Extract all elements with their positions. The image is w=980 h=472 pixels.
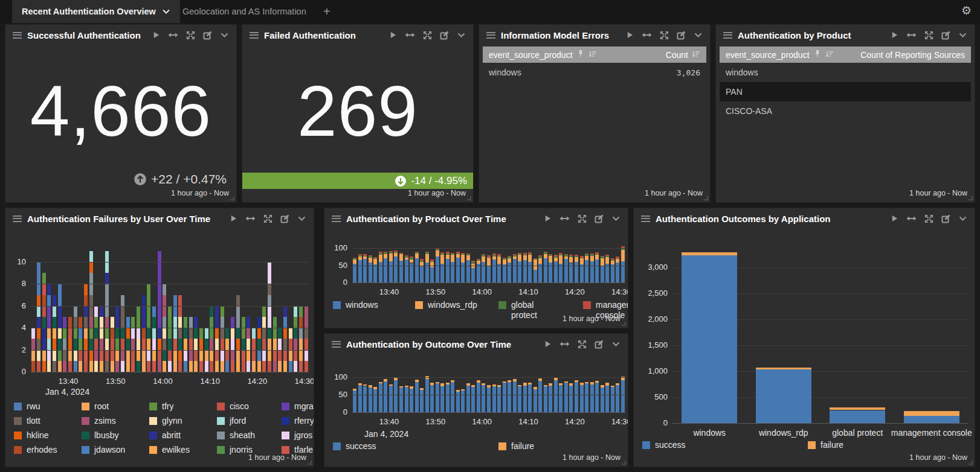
expand-icon[interactable] [924,214,933,223]
drag-handle-icon[interactable] [13,32,22,39]
pin-icon[interactable] [577,49,584,60]
chevron-down-icon[interactable] [694,31,703,39]
column-count-reporting-sources[interactable]: Count of Reporting Sources [860,50,965,60]
chevron-down-icon[interactable] [611,214,621,223]
arrows-horizontal-icon[interactable] [642,31,652,39]
drag-handle-icon[interactable] [332,215,341,222]
play-icon[interactable] [626,31,634,39]
play-icon[interactable] [891,214,898,223]
chevron-down-icon[interactable] [297,214,306,223]
arrows-horizontal-icon[interactable] [168,31,178,39]
chevron-down-icon[interactable] [958,214,967,223]
arrows-horizontal-icon[interactable] [906,31,917,39]
chevron-down-icon[interactable] [958,31,967,39]
edit-icon[interactable] [440,31,449,40]
expand-icon[interactable] [924,31,933,40]
drag-handle-icon[interactable] [332,341,341,348]
legend-item[interactable]: failure [808,440,843,450]
outcome-over-time-chart[interactable]: 05010013:4013:5014:0014:1014:2014:30 [324,363,628,428]
edit-icon[interactable] [280,214,289,223]
pin-icon[interactable] [814,49,821,60]
legend-item[interactable]: abritt [149,430,181,441]
failures-by-user-chart[interactable]: 024681013:4013:5014:0014:1014:2014:30 [5,244,314,395]
resize-handle[interactable] [622,461,626,465]
sort-icon[interactable] [692,50,700,60]
expand-icon[interactable] [578,340,587,349]
expand-icon[interactable] [263,214,272,223]
resize-handle[interactable] [704,196,708,200]
resize-handle[interactable] [230,196,234,200]
legend-item[interactable]: jgros [282,430,312,441]
edit-icon[interactable] [677,31,686,40]
resize-handle[interactable] [308,461,312,465]
play-icon[interactable] [891,31,898,39]
drag-handle-icon[interactable] [641,215,650,222]
arrows-horizontal-icon[interactable] [559,340,570,348]
expand-icon[interactable] [423,31,432,40]
play-icon[interactable] [152,31,160,39]
chevron-down-icon[interactable] [611,340,621,348]
expand-icon[interactable] [186,31,195,40]
tab-recent-authentication-overview[interactable]: Recent Authentication Overview [12,0,180,23]
arrows-horizontal-icon[interactable] [906,214,917,223]
arrows-horizontal-icon[interactable] [245,214,256,223]
legend-item[interactable]: global protect [498,300,542,321]
outcomes-by-application-chart[interactable]: 05001,0001,5002,0002,5003,000windowswind… [634,237,975,436]
column-count[interactable]: Count [666,50,688,60]
resize-handle[interactable] [622,322,626,326]
drag-handle-icon[interactable] [486,32,495,39]
legend-item[interactable]: rwu [14,401,40,412]
arrows-horizontal-icon[interactable] [559,214,570,223]
drag-handle-icon[interactable] [250,32,259,39]
legend-item[interactable]: sheath [217,430,255,441]
legend-item[interactable]: root [82,401,109,412]
tab-geolocation-as-information[interactable]: Geolocation and AS Information [175,0,314,23]
play-icon[interactable] [544,340,552,348]
edit-icon[interactable] [595,214,604,223]
edit-icon[interactable] [941,214,950,223]
legend-item[interactable]: windows_rdp [415,300,494,310]
chevron-down-icon[interactable] [162,7,170,16]
legend-item[interactable]: cisco [217,401,249,412]
legend-item[interactable]: windows [333,300,405,310]
chevron-down-icon[interactable] [457,31,466,39]
legend-item[interactable]: tfry [149,401,173,412]
legend-item[interactable]: zsims [82,416,116,426]
gear-icon[interactable]: ⚙ [961,4,972,17]
legend-item[interactable]: jnorris [217,445,253,455]
legend-item[interactable]: tlott [14,416,40,426]
legend-item[interactable]: jford [217,416,246,426]
legend-item[interactable]: rferry [282,416,314,426]
add-tab-button[interactable]: + [317,0,337,23]
play-icon[interactable] [230,214,237,223]
resize-handle[interactable] [969,461,973,465]
resize-handle[interactable] [467,196,471,200]
edit-icon[interactable] [203,31,212,40]
resize-handle[interactable] [969,196,973,200]
legend-item[interactable]: mgra [282,401,314,412]
legend-item[interactable]: success [333,441,376,451]
legend-item[interactable]: lbusby [82,430,118,441]
legend-item[interactable]: failure [498,441,534,451]
legend-item[interactable]: success [642,440,686,450]
sort-icon[interactable] [588,49,597,60]
legend-item[interactable]: jdawson [82,445,125,455]
play-icon[interactable] [544,214,552,223]
arrows-horizontal-icon[interactable] [405,31,415,39]
legend-item[interactable]: erhodes [14,445,57,455]
sort-icon[interactable] [825,49,834,60]
product-over-time-chart[interactable]: 05010013:4013:5014:0014:1014:2014:30 [324,232,628,298]
chevron-down-icon[interactable] [220,31,229,39]
drag-handle-icon[interactable] [723,32,732,39]
play-icon[interactable] [389,31,397,39]
expand-icon[interactable] [578,214,587,223]
column-event-source-product[interactable]: event_source_product [489,50,573,60]
legend-item[interactable]: ewilkes [149,445,190,455]
edit-icon[interactable] [595,340,604,349]
expand-icon[interactable] [660,31,669,40]
legend-item[interactable]: hkline [14,430,49,441]
edit-icon[interactable] [941,31,950,40]
legend-item[interactable]: glynn [149,416,182,426]
column-event-source-product[interactable]: event_source_product [726,50,810,60]
drag-handle-icon[interactable] [13,215,22,222]
